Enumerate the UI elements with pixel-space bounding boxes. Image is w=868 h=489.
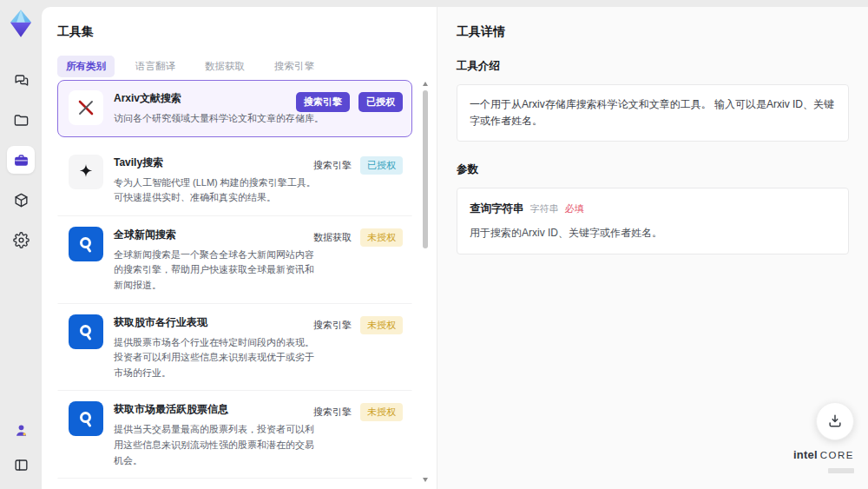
- tool-card[interactable]: 获取股市各行业表现提供股票市场各个行业在特定时间段内的表现。投资者可以利用这些信…: [57, 304, 412, 392]
- tool-card[interactable]: Tavily搜索专为人工智能代理 (LLM) 构建的搜索引擎工具。可快速提供实时…: [57, 144, 412, 216]
- tool-meta: 搜索引擎已授权: [313, 156, 403, 175]
- brand-underline: [828, 468, 854, 473]
- toolbox-icon: [13, 152, 30, 169]
- sidebar-item-settings[interactable]: [7, 226, 35, 254]
- tool-description: 访问各个研究领域大量科学论文和文章的存储库。: [114, 111, 403, 127]
- folder-icon: [13, 112, 30, 129]
- sidebar-item-files[interactable]: [7, 106, 35, 134]
- tool-card[interactable]: 获取市场最活跃股票信息提供当天交易量最高的股票列表，投资者可以利用这些信息来识别…: [57, 391, 412, 479]
- tool-category-label: 搜索引擎: [313, 159, 352, 172]
- news-search-icon: [69, 401, 103, 436]
- tool-status-badge: 未授权: [360, 228, 403, 247]
- detail-title: 工具详情: [457, 24, 849, 40]
- intro-heading: 工具介绍: [457, 59, 849, 74]
- sparkle-icon: [69, 155, 103, 189]
- tool-meta: 搜索引擎未授权: [313, 403, 403, 421]
- tool-status-badge: 已授权: [360, 156, 403, 175]
- arxiv-logo-icon: [69, 90, 103, 125]
- tool-category-label: 数据获取: [313, 231, 352, 244]
- main-surface: 工具集 所有类别语言翻译数据获取搜索引擎 Arxiv文献搜索访问各个研究领域大量…: [42, 7, 868, 489]
- tab-category-3[interactable]: 搜索引擎: [266, 56, 323, 77]
- params-heading: 参数: [457, 162, 849, 177]
- tool-card[interactable]: Arxiv文献搜索访问各个研究领域大量科学论文和文章的存储库。搜索引擎已授权: [57, 80, 412, 137]
- scrollbar-down-arrow[interactable]: [423, 478, 428, 482]
- tool-description: 提供股票市场各个行业在特定时间段内的表现。投资者可以利用这些信息来识别表现优于或…: [114, 335, 403, 381]
- tool-meta: 数据获取未授权: [313, 228, 403, 247]
- app-window: 工具集 所有类别语言翻译数据获取搜索引擎 Arxiv文献搜索访问各个研究领域大量…: [0, 0, 868, 489]
- icon-sidebar: [0, 0, 42, 489]
- chat-icon: [13, 72, 30, 89]
- panel-toggle-icon: [13, 457, 30, 473]
- news-search-icon: [69, 314, 103, 349]
- tool-description: 专为人工智能代理 (LLM) 构建的搜索引擎工具。可快速提供实时、准确和真实的结…: [114, 175, 403, 206]
- tool-status-badge: 未授权: [360, 316, 403, 334]
- tool-list-pane: 工具集 所有类别语言翻译数据获取搜索引擎 Arxiv文献搜索访问各个研究领域大量…: [42, 7, 437, 489]
- download-icon: [826, 413, 844, 430]
- tool-detail-pane: 工具详情 工具介绍 一个用于从Arxiv存储库搜索科学论文和文章的工具。 输入可…: [437, 7, 868, 489]
- tool-description: 提供当天交易量最高的股票列表，投资者可以利用这些信息来识别流动性强的股票和潜在的…: [114, 422, 403, 468]
- tool-meta: 搜索引擎未授权: [313, 316, 403, 334]
- tab-category-1[interactable]: 语言翻译: [127, 56, 184, 77]
- parameter-name: 查询字符串: [470, 200, 524, 217]
- category-tabs: 所有类别语言翻译数据获取搜索引擎: [57, 56, 421, 77]
- tool-card[interactable]: 全球新闻搜索全球新闻搜索是一个聚合全球各大新闻网站内容的搜索引擎，帮助用户快速获…: [57, 216, 412, 304]
- download-button[interactable]: [816, 402, 854, 440]
- tool-category-label: 搜索引擎: [296, 92, 350, 112]
- tool-card-list: Arxiv文献搜索访问各个研究领域大量科学论文和文章的存储库。搜索引擎已授权Ta…: [57, 80, 412, 489]
- tool-intro-box: 一个用于从Arxiv存储库搜索科学论文和文章的工具。 输入可以是Arxiv ID…: [457, 84, 849, 142]
- tool-card[interactable]: 万维地区新闻查询查询具体行政区划内的新闻，快速了解各地新闻动向搜索引擎未授权: [57, 479, 412, 489]
- sidebar-item-tools[interactable]: [7, 146, 35, 174]
- tab-category-0[interactable]: 所有类别: [57, 56, 115, 77]
- sidebar-item-collapse-panel[interactable]: [9, 453, 33, 477]
- sidebar-item-models[interactable]: [7, 186, 35, 214]
- parameter-box: 查询字符串 字符串 必填 用于搜索的Arxiv ID、关键字或作者姓名。: [457, 188, 849, 254]
- user-avatar-icon: [13, 422, 30, 439]
- core-wordmark: core: [820, 450, 854, 460]
- tool-meta: 搜索引擎已授权: [296, 92, 403, 112]
- intel-core-logo: intelcore: [793, 449, 854, 477]
- scrollbar-thumb[interactable]: [423, 90, 428, 248]
- cube-icon: [13, 192, 30, 208]
- tool-description: 全球新闻搜索是一个聚合全球各大新闻网站内容的搜索引擎，帮助用户快速获取全球最新资…: [114, 248, 403, 294]
- scrollbar-up-arrow[interactable]: [423, 82, 428, 86]
- parameter-required-flag: 必填: [565, 202, 584, 217]
- parameter-type: 字符串: [530, 202, 559, 217]
- sidebar-item-chat[interactable]: [7, 66, 35, 94]
- tool-status-badge: 未授权: [360, 403, 403, 421]
- list-scrollbar[interactable]: [422, 82, 429, 482]
- app-logo-icon: [8, 9, 34, 38]
- parameter-description: 用于搜索的Arxiv ID、关键字或作者姓名。: [470, 225, 836, 241]
- gear-icon: [13, 232, 30, 248]
- news-search-icon: [69, 227, 103, 261]
- intel-wordmark: intel: [793, 448, 818, 461]
- sidebar-item-account[interactable]: [9, 418, 33, 442]
- tool-status-badge: 已授权: [358, 92, 403, 112]
- tool-category-label: 搜索引擎: [313, 406, 352, 419]
- tab-category-2[interactable]: 数据获取: [196, 56, 253, 77]
- tool-category-label: 搜索引擎: [313, 319, 352, 332]
- page-title: 工具集: [57, 24, 421, 40]
